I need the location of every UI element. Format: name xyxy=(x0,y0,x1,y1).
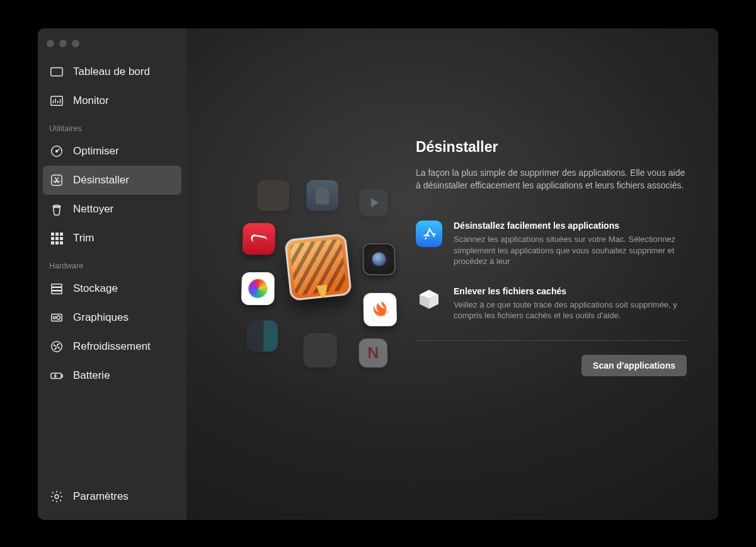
page-description: La façon la plus simple de supprimer des… xyxy=(416,167,687,192)
sidebar-item-label: Refroidissement xyxy=(73,340,151,353)
appstore-icon xyxy=(416,221,442,247)
section-header-hardware: Hardware xyxy=(38,253,186,274)
sidebar-item-label: Nettoyer xyxy=(73,203,113,216)
app-window: Tableau de bord Monitor Utilitaires Opti… xyxy=(38,28,718,520)
sidebar-item-monitor[interactable]: Monitor xyxy=(38,86,186,115)
sidebar-item-graphics[interactable]: Graphiques xyxy=(38,303,186,332)
battery-icon xyxy=(49,368,64,383)
sidebar-item-label: Stockage xyxy=(73,282,118,295)
svg-rect-7 xyxy=(52,287,62,291)
package-icon xyxy=(416,286,442,313)
scan-applications-button[interactable]: Scan d'applications xyxy=(581,355,687,376)
app-collage-illustration: N xyxy=(212,176,420,366)
sidebar-item-label: Batterie xyxy=(73,369,110,382)
svg-rect-0 xyxy=(51,68,62,76)
grid-icon xyxy=(49,231,64,246)
svg-point-15 xyxy=(55,495,59,498)
feature-body: Scannez les applications situées sur vot… xyxy=(454,234,687,267)
sidebar-item-clean[interactable]: Nettoyer xyxy=(38,195,186,224)
sidebar-item-label: Tableau de bord xyxy=(73,66,150,78)
gauge-icon xyxy=(49,144,64,159)
svg-point-10 xyxy=(57,316,60,320)
sidebar-item-label: Désinstaller xyxy=(73,174,129,187)
sidebar-item-dashboard[interactable]: Tableau de bord xyxy=(38,57,186,86)
svg-rect-6 xyxy=(52,284,62,287)
minimize-window-icon[interactable] xyxy=(59,40,67,47)
appstore-icon xyxy=(49,173,64,188)
svg-rect-14 xyxy=(61,375,62,377)
content-panel: Désinstaller La façon la plus simple de … xyxy=(416,139,687,376)
storage-icon xyxy=(49,281,64,296)
trash-icon xyxy=(49,202,64,217)
fan-icon xyxy=(49,339,64,354)
sidebar-item-settings[interactable]: Paramètres xyxy=(38,482,186,511)
page-title: Désinstaller xyxy=(416,139,687,156)
gpu-icon xyxy=(49,310,64,325)
sidebar-item-label: Paramètres xyxy=(73,490,129,503)
feature-item: Désinstallez facilement les applications… xyxy=(416,221,687,267)
window-traffic-lights xyxy=(38,33,186,57)
feature-title: Enlever les fichiers cachés xyxy=(454,286,687,296)
feature-body: Veillez à ce que toute trace des applica… xyxy=(454,299,687,321)
feature-title: Désinstallez facilement les applications xyxy=(454,221,687,231)
svg-point-11 xyxy=(54,316,56,319)
dashboard-icon xyxy=(49,64,64,79)
sidebar-item-optimize[interactable]: Optimiser xyxy=(38,137,186,166)
sidebar-item-battery[interactable]: Batterie xyxy=(38,361,186,390)
gear-icon xyxy=(49,489,64,504)
section-header-utilities: Utilitaires xyxy=(38,115,186,137)
sidebar-item-label: Monitor xyxy=(73,95,109,107)
sidebar-item-label: Trim xyxy=(73,232,94,245)
featured-app-icon xyxy=(284,233,352,301)
svg-rect-8 xyxy=(52,291,62,294)
close-window-icon[interactable] xyxy=(47,40,54,47)
sidebar-item-label: Graphiques xyxy=(73,311,129,324)
main-content: N Désinstaller La façon la plus simple d… xyxy=(186,28,718,520)
sidebar-item-uninstall[interactable]: Désinstaller xyxy=(43,166,181,195)
fullscreen-window-icon[interactable] xyxy=(72,40,79,47)
svg-point-12 xyxy=(52,342,62,352)
sidebar-item-trim[interactable]: Trim xyxy=(38,224,186,253)
sidebar: Tableau de bord Monitor Utilitaires Opti… xyxy=(38,28,186,520)
monitor-icon xyxy=(49,93,64,108)
divider xyxy=(416,340,687,341)
sidebar-item-label: Optimiser xyxy=(73,145,119,158)
sidebar-item-cooling[interactable]: Refroidissement xyxy=(38,332,186,361)
svg-point-3 xyxy=(56,151,58,153)
sidebar-item-storage[interactable]: Stockage xyxy=(38,274,186,303)
svg-rect-1 xyxy=(51,96,62,106)
feature-item: Enlever les fichiers cachés Veillez à ce… xyxy=(416,286,687,321)
